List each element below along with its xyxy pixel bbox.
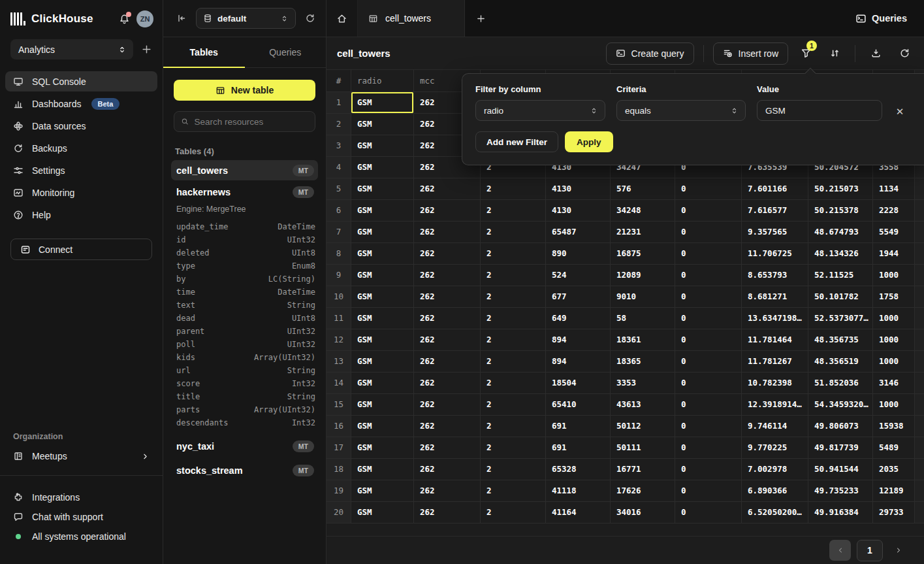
previous-page-button[interactable] xyxy=(829,540,851,561)
grid-cell[interactable]: GSM xyxy=(351,135,414,157)
grid-cell[interactable]: 0 xyxy=(675,222,742,243)
grid-cell[interactable]: 18361 xyxy=(611,329,675,351)
grid-cell[interactable]: GSM xyxy=(351,416,414,437)
avatar[interactable]: ZN xyxy=(136,10,153,27)
grid-cell[interactable]: 5549 xyxy=(873,222,915,243)
grid-cell[interactable]: 18504 xyxy=(546,373,611,394)
grid-cell[interactable]: 2 xyxy=(481,265,546,286)
grid-cell[interactable]: 50112 xyxy=(611,416,675,437)
grid-cell[interactable]: 262 xyxy=(414,178,481,200)
grid-cell[interactable]: 0 xyxy=(675,265,742,286)
grid-cell[interactable]: GSM xyxy=(351,92,414,114)
grid-cell[interactable]: 12089 xyxy=(611,265,675,286)
grid-cell[interactable]: 262 xyxy=(414,373,481,394)
grid-cell[interactable]: 2 xyxy=(481,351,546,373)
grid-cell[interactable]: 7.601166 xyxy=(742,178,808,200)
grid-cell[interactable]: 1000 xyxy=(873,329,915,351)
grid-cell[interactable]: GSM xyxy=(351,437,414,459)
connect-button[interactable]: Connect xyxy=(10,239,152,260)
grid-cell[interactable]: 41164 xyxy=(546,502,611,523)
grid-cell[interactable]: 0 xyxy=(675,502,742,523)
sidebar-item-data-sources[interactable]: Data sources xyxy=(5,116,157,136)
grid-cell[interactable]: 262 xyxy=(414,437,481,459)
new-tab-button[interactable] xyxy=(465,0,496,37)
grid-cell[interactable]: 262 xyxy=(414,416,481,437)
grid-cell[interactable]: 9.357565 xyxy=(742,222,808,243)
grid-cell[interactable]: 0 xyxy=(675,416,742,437)
grid-cell[interactable]: GSM xyxy=(351,200,414,222)
grid-cell[interactable]: 0 xyxy=(675,329,742,351)
table-item-nyc-taxi[interactable]: nyc_taxi MT xyxy=(171,436,318,456)
grid-cell[interactable]: 1000 xyxy=(873,265,915,286)
grid-cell[interactable]: GSM xyxy=(351,459,414,480)
grid-cell[interactable]: 48.356519 xyxy=(808,351,873,373)
grid-cell[interactable]: GSM xyxy=(351,373,414,394)
grid-cell[interactable]: 262 xyxy=(414,480,481,502)
grid-cell[interactable]: 691 xyxy=(546,416,611,437)
grid-cell[interactable]: 262 xyxy=(414,243,481,265)
collapse-panel-button[interactable] xyxy=(175,12,188,25)
grid-cell[interactable]: 34016 xyxy=(611,502,675,523)
grid-cell[interactable]: 11.781267 xyxy=(742,351,808,373)
grid-cell[interactable]: GSM xyxy=(351,351,414,373)
download-button[interactable] xyxy=(865,42,887,65)
grid-cell[interactable]: 2 xyxy=(481,222,546,243)
grid-cell[interactable]: 1758 xyxy=(873,286,915,308)
grid-cell[interactable]: 6.890366 xyxy=(742,480,808,502)
grid-cell[interactable]: 0 xyxy=(675,200,742,222)
tab-cell-towers[interactable]: cell_towers xyxy=(358,0,465,37)
grid-cell[interactable]: 18365 xyxy=(611,351,675,373)
grid-cell[interactable]: 262 xyxy=(414,351,481,373)
grid-cell[interactable]: 16875 xyxy=(611,243,675,265)
grid-cell[interactable]: 48.134326 xyxy=(808,243,873,265)
column-header-radio[interactable]: radio xyxy=(351,70,414,92)
filter-value-input[interactable] xyxy=(757,100,882,121)
grid-cell[interactable]: 41118 xyxy=(546,480,611,502)
grid-cell[interactable]: 0 xyxy=(675,243,742,265)
grid-cell[interactable]: 49.817739 xyxy=(808,437,873,459)
grid-cell[interactable]: 262 xyxy=(414,459,481,480)
grid-cell[interactable]: GSM xyxy=(351,157,414,178)
grid-cell[interactable]: 7.616577 xyxy=(742,200,808,222)
current-page[interactable]: 1 xyxy=(857,540,883,561)
grid-cell[interactable]: GSM xyxy=(351,502,414,523)
grid-cell[interactable]: GSM xyxy=(351,114,414,135)
grid-cell[interactable]: GSM xyxy=(351,394,414,416)
grid-cell[interactable]: 16771 xyxy=(611,459,675,480)
grid-cell[interactable]: 50.215073 xyxy=(808,178,873,200)
grid-cell[interactable]: 49.735233 xyxy=(808,480,873,502)
new-table-button[interactable]: New table xyxy=(174,80,315,101)
grid-cell[interactable]: 65487 xyxy=(546,222,611,243)
grid-cell[interactable]: 262 xyxy=(414,222,481,243)
grid-cell[interactable]: 0 xyxy=(675,437,742,459)
grid-cell[interactable]: 48.356735 xyxy=(808,329,873,351)
add-service-button[interactable] xyxy=(140,42,153,56)
sidebar-item-dashboards[interactable]: Dashboards Beta xyxy=(5,93,157,114)
add-new-filter-button[interactable]: Add new Filter xyxy=(475,131,558,152)
grid-cell[interactable]: 13.6347198… xyxy=(742,308,808,329)
grid-cell[interactable]: 2035 xyxy=(873,459,915,480)
grid-cell[interactable]: 54.3459320… xyxy=(808,394,873,416)
grid-cell[interactable]: 894 xyxy=(546,351,611,373)
grid-cell[interactable]: 1944 xyxy=(873,243,915,265)
grid-cell[interactable]: 262 xyxy=(414,308,481,329)
grid-cell[interactable]: 50.215378 xyxy=(808,200,873,222)
grid-cell[interactable]: 21231 xyxy=(611,222,675,243)
grid-cell[interactable]: 2 xyxy=(481,308,546,329)
grid-cell[interactable]: 17626 xyxy=(611,480,675,502)
criteria-select[interactable]: equals xyxy=(616,100,746,121)
insert-row-button[interactable]: Insert row xyxy=(713,42,788,65)
grid-cell[interactable]: 2228 xyxy=(873,200,915,222)
grid-cell[interactable]: 51.852036 xyxy=(808,373,873,394)
sidebar-item-monitoring[interactable]: Monitoring xyxy=(5,182,157,203)
sidebar-item-backups[interactable]: Backups xyxy=(5,138,157,158)
grid-cell[interactable]: 0 xyxy=(675,480,742,502)
sidebar-item-integrations[interactable]: Integrations xyxy=(0,488,163,507)
grid-cell[interactable]: 1000 xyxy=(873,308,915,329)
grid-cell[interactable]: 4130 xyxy=(546,178,611,200)
grid-cell[interactable]: 9.770225 xyxy=(742,437,808,459)
grid-cell[interactable]: 4130 xyxy=(546,200,611,222)
grid-cell[interactable]: 2 xyxy=(481,200,546,222)
grid-cell[interactable]: 2 xyxy=(481,502,546,523)
grid-cell[interactable]: 50111 xyxy=(611,437,675,459)
